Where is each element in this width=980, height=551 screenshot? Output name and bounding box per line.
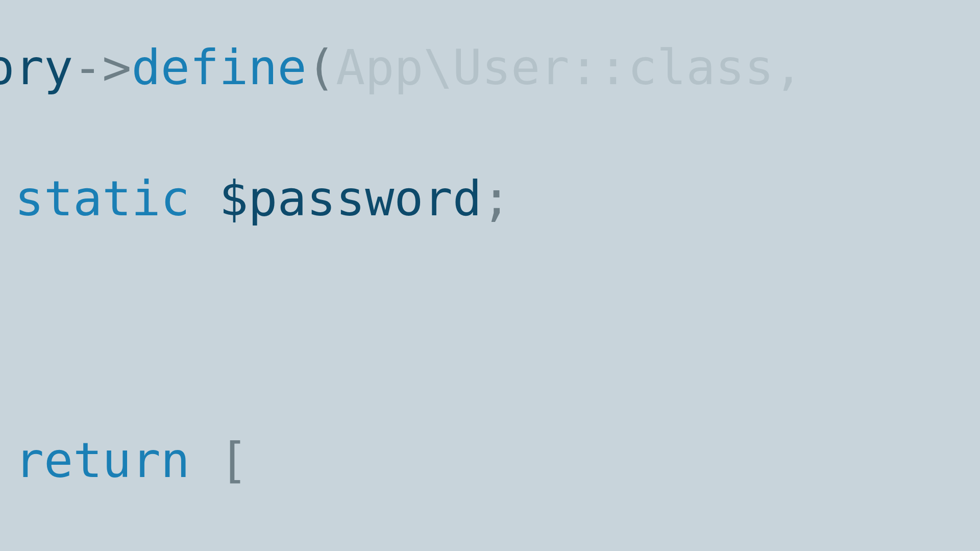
token-class-kw: class xyxy=(628,39,774,95)
code-line-2[interactable]: static $password; xyxy=(0,166,861,231)
indent xyxy=(0,432,15,488)
token-keyword-return: return xyxy=(15,432,190,488)
token-class: User xyxy=(453,39,570,95)
token-function: define xyxy=(132,39,307,95)
code-line-3[interactable] xyxy=(0,296,861,362)
indent xyxy=(0,170,15,227)
token-comma: , xyxy=(774,39,803,95)
token-namespace: App xyxy=(336,39,424,95)
token-variable: $password xyxy=(219,170,482,227)
code-line-4[interactable]: return [ xyxy=(0,428,861,493)
token-ns-sep: \ xyxy=(424,39,453,95)
code-editor[interactable]: actory->define(App\User::class, static $… xyxy=(0,0,861,551)
token-arrow: -> xyxy=(73,39,131,95)
token-semicolon: ; xyxy=(482,170,511,227)
token-keyword-static: static xyxy=(15,170,190,227)
token-identifier: actory xyxy=(0,39,73,95)
token-scope: :: xyxy=(570,39,628,95)
space xyxy=(190,432,219,488)
code-line-1[interactable]: actory->define(App\User::class, xyxy=(0,35,861,100)
space xyxy=(190,170,219,227)
token-bracket: [ xyxy=(219,432,248,488)
token-paren: ( xyxy=(307,39,336,95)
